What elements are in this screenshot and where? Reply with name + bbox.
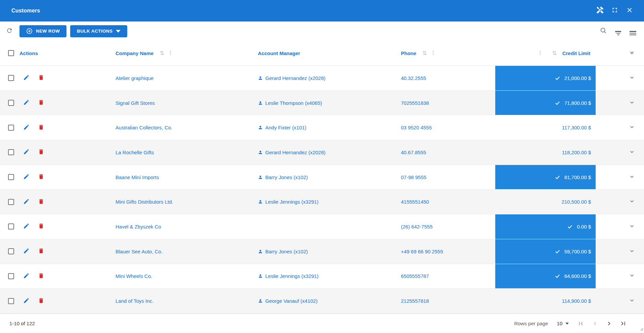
delete-row-button[interactable] [38, 248, 44, 255]
row-checkbox[interactable] [8, 125, 14, 131]
expand-row-icon[interactable] [629, 198, 635, 206]
phone-cell[interactable]: (26) 642-7555 [401, 214, 495, 239]
edit-row-button[interactable] [23, 273, 30, 280]
row-checkbox[interactable] [8, 100, 14, 106]
expand-row-icon[interactable] [629, 74, 635, 82]
next-page-button[interactable] [605, 320, 613, 328]
phone-cell[interactable]: 2125557818 [401, 289, 495, 313]
edit-row-button[interactable] [23, 75, 30, 81]
delete-row-button[interactable] [38, 99, 44, 106]
credit-limit-cell[interactable]: 117,300.00 $ [495, 115, 596, 140]
phone-cell[interactable]: 07-98 9555 [401, 165, 495, 190]
account-manager-cell[interactable]: Gerard Hernandez (x2028) [258, 66, 401, 90]
resize-handle[interactable] [639, 326, 643, 332]
company-name-cell[interactable]: Baane Mini Imports [116, 165, 258, 190]
filter-button[interactable] [614, 28, 622, 35]
expand-row-icon[interactable] [629, 99, 635, 107]
company-name-cell[interactable]: La Rochelle Gifts [116, 140, 258, 165]
credit-limit-cell[interactable]: 118,200.00 $ [495, 140, 596, 165]
account-manager-cell[interactable]: George Vanauf (x4102) [258, 289, 401, 313]
column-menu-icon[interactable]: ⋮ [430, 50, 436, 56]
company-name-cell[interactable]: Mini Gifts Distributors Ltd. [116, 190, 258, 214]
edit-row-button[interactable] [23, 124, 30, 131]
expand-row-icon[interactable] [629, 248, 635, 255]
credit-limit-cell[interactable]: 71,800.00 $ [495, 91, 596, 115]
credit-limit-cell[interactable]: 114,900.00 $ [495, 289, 596, 313]
column-menu-icon[interactable]: ⋮ [168, 50, 173, 56]
first-page-button[interactable] [577, 320, 585, 328]
row-checkbox[interactable] [8, 273, 14, 279]
sort-icon[interactable]: ⇅ [159, 50, 164, 56]
expand-row-icon[interactable] [629, 223, 635, 231]
sort-icon[interactable]: ⇅ [552, 50, 557, 56]
credit-limit-cell[interactable]: 64,600.00 $ [495, 264, 596, 289]
delete-row-button[interactable] [38, 273, 44, 280]
row-checkbox[interactable] [8, 199, 14, 205]
account-manager-cell[interactable]: Andy Fixter (x101) [258, 115, 401, 140]
account-manager-cell[interactable]: Leslie Thompson (x4065) [258, 91, 401, 115]
row-checkbox[interactable] [8, 298, 14, 304]
credit-limit-cell[interactable]: 81,700.00 $ [495, 165, 596, 190]
company-name-cell[interactable]: Land of Toys Inc. [116, 289, 258, 313]
edit-row-button[interactable] [23, 223, 30, 230]
expand-row-icon[interactable] [629, 149, 635, 156]
refresh-button[interactable] [6, 28, 13, 35]
delete-row-button[interactable] [38, 149, 44, 156]
phone-cell[interactable]: 40.67.8555 [401, 140, 495, 165]
credit-limit-cell[interactable]: 59,700.00 $ [495, 239, 596, 264]
expand-row-icon[interactable] [629, 124, 635, 131]
phone-cell[interactable]: +49 69 66 90 2555 [401, 239, 495, 264]
delete-row-button[interactable] [38, 199, 44, 205]
delete-row-button[interactable] [38, 174, 44, 180]
delete-row-button[interactable] [38, 223, 44, 230]
credit-limit-cell[interactable]: 0.00 $ [495, 214, 596, 239]
row-checkbox[interactable] [8, 248, 14, 254]
last-page-button[interactable] [619, 320, 627, 328]
expand-row-icon[interactable] [629, 297, 635, 305]
credit-limit-cell[interactable]: 21,000.00 $ [495, 66, 596, 90]
edit-row-button[interactable] [23, 248, 30, 255]
column-menu-icon[interactable]: ⋮ [537, 50, 543, 56]
tools-button[interactable] [596, 6, 604, 15]
select-all-checkbox[interactable] [8, 50, 14, 56]
expand-row-icon[interactable] [629, 272, 635, 280]
rows-per-page-select[interactable]: 10 [557, 321, 569, 326]
previous-page-button[interactable] [591, 320, 599, 328]
account-manager-cell[interactable]: Leslie Jennings (x3291) [258, 264, 401, 289]
phone-cell[interactable]: 40.32.2555 [401, 66, 495, 90]
sort-icon[interactable]: ⇅ [422, 50, 427, 56]
phone-cell[interactable]: 03 9520 4555 [401, 115, 495, 140]
company-name-cell[interactable]: Australian Collectors, Co. [116, 115, 258, 140]
credit-limit-cell[interactable]: 210,500.00 $ [495, 190, 596, 214]
edit-row-button[interactable] [23, 199, 30, 205]
fields-menu-button[interactable] [629, 28, 637, 35]
bulk-actions-button[interactable]: BULK ACTIONS [70, 25, 127, 37]
account-manager-cell[interactable]: Barry Jones (x102) [258, 165, 401, 190]
company-name-cell[interactable]: Mini Wheels Co. [116, 264, 258, 289]
account-manager-cell[interactable]: Barry Jones (x102) [258, 239, 401, 264]
company-name-cell[interactable]: Havel & Zbyszek Co [116, 214, 258, 239]
expand-all-icon[interactable] [629, 49, 635, 57]
account-manager-cell[interactable]: Gerard Hernandez (x2028) [258, 140, 401, 165]
phone-cell[interactable]: 4155551450 [401, 190, 495, 214]
company-name-cell[interactable]: Atelier graphique [116, 66, 258, 90]
fullscreen-button[interactable] [610, 6, 619, 15]
delete-row-button[interactable] [38, 75, 44, 81]
edit-row-button[interactable] [23, 99, 30, 106]
edit-row-button[interactable] [23, 174, 30, 180]
row-checkbox[interactable] [8, 149, 14, 155]
close-button[interactable] [625, 6, 634, 15]
phone-cell[interactable]: 7025551838 [401, 91, 495, 115]
row-checkbox[interactable] [8, 174, 14, 180]
row-checkbox[interactable] [8, 223, 14, 230]
edit-row-button[interactable] [23, 149, 30, 156]
account-manager-cell[interactable] [258, 214, 401, 239]
account-manager-cell[interactable]: Leslie Jennings (x3291) [258, 190, 401, 214]
search-button[interactable] [600, 28, 607, 35]
row-checkbox[interactable] [8, 75, 14, 81]
new-row-button[interactable]: NEW ROW [19, 25, 66, 37]
delete-row-button[interactable] [38, 298, 44, 304]
company-name-cell[interactable]: Blauer See Auto, Co. [116, 239, 258, 264]
phone-cell[interactable]: 6505555787 [401, 264, 495, 289]
company-name-cell[interactable]: Signal Gift Stores [116, 91, 258, 115]
